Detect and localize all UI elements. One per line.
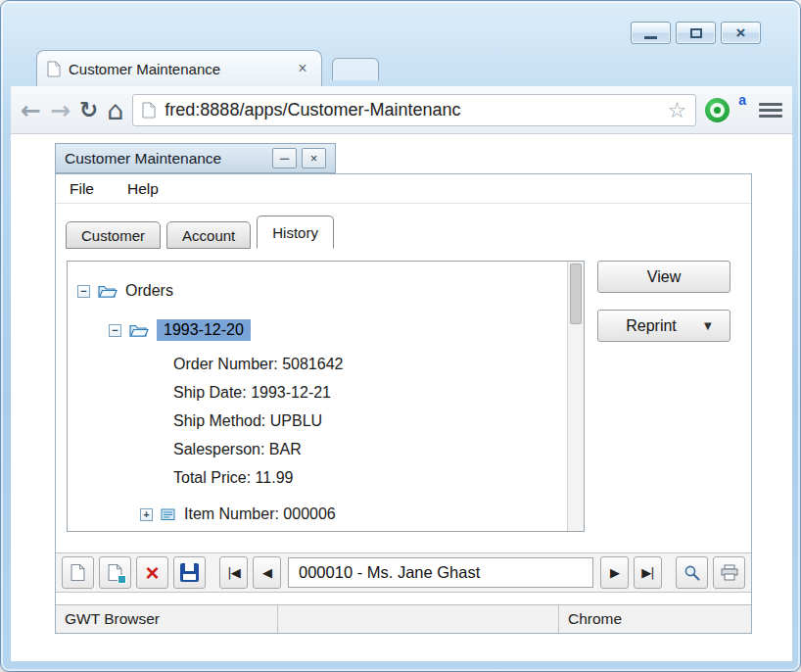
next-record-icon: ▶ bbox=[610, 565, 619, 580]
tree-leaf-order-number[interactable]: Order Number: 5081642 bbox=[68, 350, 567, 378]
tree-node-orders[interactable]: − Orders bbox=[68, 271, 567, 311]
tab-history[interactable]: History bbox=[257, 216, 334, 249]
reprint-label: Reprint bbox=[598, 317, 704, 335]
browser-tab[interactable]: Customer Maintenance × bbox=[36, 50, 322, 86]
duplicate-record-icon bbox=[108, 563, 123, 582]
collapse-toggle-icon[interactable]: − bbox=[77, 285, 90, 298]
status-bar: GWT Browser Chrome bbox=[56, 604, 751, 633]
collapse-toggle-icon[interactable]: − bbox=[109, 324, 121, 337]
folder-icon bbox=[98, 283, 118, 299]
window-controls: × bbox=[631, 22, 761, 44]
status-right: Chrome bbox=[559, 605, 751, 633]
folder-icon bbox=[129, 322, 149, 338]
new-document-icon bbox=[71, 563, 85, 582]
tree-leaf-label: Ship Method: UPBLU bbox=[173, 412, 322, 430]
save-record-button[interactable] bbox=[173, 556, 206, 589]
restore-window-button[interactable] bbox=[676, 22, 716, 44]
page-content: Customer Maintenance ─ × File Help Custo… bbox=[11, 134, 792, 661]
view-button[interactable]: View bbox=[597, 261, 730, 293]
bookmark-star-icon[interactable]: ☆ bbox=[667, 98, 686, 122]
forward-icon[interactable]: → bbox=[50, 98, 71, 122]
browser-toolbar: ← → ↻ ⌂ fred:8888/apps/Customer-Maintena… bbox=[11, 86, 792, 134]
browser-menu-icon[interactable] bbox=[759, 103, 782, 118]
tab-account[interactable]: Account bbox=[166, 221, 251, 249]
tree-content: − Orders − 1993-12-20 bbox=[68, 262, 567, 531]
tree-leaf-label: Total Price: 11.99 bbox=[173, 469, 293, 487]
browser-window: × Customer Maintenance × ← → ↻ ⌂ fred:88… bbox=[0, 0, 801, 672]
last-record-button[interactable]: ▶| bbox=[634, 556, 662, 589]
back-icon[interactable]: ← bbox=[21, 98, 41, 122]
app-close-button[interactable]: × bbox=[302, 148, 326, 168]
tree-leaf-ship-method[interactable]: Ship Method: UPBLU bbox=[68, 407, 567, 435]
tree-node-label[interactable]: Orders bbox=[125, 282, 173, 300]
orders-tree-panel: − Orders − 1993-12-20 bbox=[67, 261, 585, 532]
next-record-button[interactable]: ▶ bbox=[600, 556, 629, 589]
tree-node-order-date[interactable]: − 1993-12-20 bbox=[68, 311, 567, 350]
tree-node-label-selected[interactable]: 1993-12-20 bbox=[157, 319, 251, 341]
item-icon bbox=[161, 507, 176, 521]
toggle-glyph: + bbox=[143, 509, 149, 520]
delete-record-button[interactable]: × bbox=[136, 556, 168, 589]
page-icon bbox=[142, 102, 156, 119]
first-record-button[interactable]: |◀ bbox=[219, 556, 248, 589]
url-text: fred:8888/apps/Customer-Maintenanc bbox=[165, 100, 658, 120]
print-icon bbox=[721, 564, 738, 581]
app-window-title: Customer Maintenance bbox=[65, 150, 267, 168]
tree-leaf-ship-date[interactable]: Ship Date: 1993-12-21 bbox=[68, 378, 567, 407]
reprint-button[interactable]: Reprint ▼ bbox=[597, 310, 730, 342]
app-window-titlebar[interactable]: Customer Maintenance ─ × bbox=[55, 143, 336, 173]
expand-toggle-icon[interactable]: + bbox=[140, 508, 153, 521]
menu-help[interactable]: Help bbox=[127, 180, 159, 198]
close-icon: × bbox=[736, 24, 746, 41]
tree-leaf-label: Order Number: 5081642 bbox=[173, 356, 343, 373]
first-record-icon: |◀ bbox=[227, 565, 239, 580]
record-field[interactable] bbox=[288, 557, 593, 588]
tree-leaf-label: Salesperson: BAR bbox=[173, 441, 302, 458]
tree-leaf-salesperson[interactable]: Salesperson: BAR bbox=[68, 435, 567, 463]
reload-icon[interactable]: ↻ bbox=[79, 99, 98, 121]
duplicate-record-button[interactable] bbox=[99, 556, 131, 589]
save-icon bbox=[180, 563, 199, 582]
delete-icon: × bbox=[145, 561, 159, 585]
previous-record-icon: ◀ bbox=[262, 565, 271, 580]
dropdown-arrow-icon: ▼ bbox=[704, 320, 730, 331]
status-middle bbox=[278, 605, 559, 633]
page-icon bbox=[47, 61, 61, 77]
tab-customer[interactable]: Customer bbox=[66, 221, 161, 249]
search-icon bbox=[683, 564, 701, 582]
status-left: GWT Browser bbox=[56, 605, 278, 633]
tree-node-label[interactable]: Item Number: 000006 bbox=[184, 505, 336, 523]
extension-badge: a bbox=[738, 92, 746, 108]
tab-strip: Customer Account History bbox=[66, 216, 334, 249]
new-tab-button[interactable] bbox=[332, 58, 379, 80]
search-button[interactable] bbox=[676, 556, 708, 589]
menu-file[interactable]: File bbox=[70, 180, 94, 198]
home-icon[interactable]: ⌂ bbox=[107, 97, 123, 123]
record-toolbar: × |◀ ◀ ▶ ▶| bbox=[56, 552, 751, 593]
app-minimize-button[interactable]: ─ bbox=[272, 148, 297, 168]
restore-icon bbox=[690, 28, 702, 38]
previous-record-button[interactable]: ◀ bbox=[253, 556, 281, 589]
scrollbar-thumb[interactable] bbox=[570, 264, 582, 324]
tab-title: Customer Maintenance bbox=[69, 61, 286, 77]
tree-leaf-total-price[interactable]: Total Price: 11.99 bbox=[68, 463, 567, 492]
close-window-button[interactable]: × bbox=[721, 22, 761, 44]
toggle-glyph: − bbox=[112, 325, 118, 336]
tree-leaf-label: Ship Date: 1993-12-21 bbox=[173, 384, 331, 402]
minimize-icon bbox=[644, 36, 657, 39]
tree-scrollbar[interactable] bbox=[567, 262, 584, 531]
extension-icon[interactable] bbox=[705, 98, 730, 122]
print-button[interactable] bbox=[713, 556, 745, 589]
new-record-button[interactable] bbox=[62, 556, 94, 589]
app-window: File Help Customer Account History − bbox=[55, 173, 752, 634]
minimize-window-button[interactable] bbox=[631, 22, 671, 44]
tab-close-icon[interactable]: × bbox=[294, 60, 311, 77]
toggle-glyph: − bbox=[80, 286, 86, 297]
last-record-icon: ▶| bbox=[641, 565, 653, 580]
address-bar[interactable]: fred:8888/apps/Customer-Maintenanc ☆ bbox=[132, 94, 696, 126]
menu-bar: File Help bbox=[56, 174, 751, 204]
tree-node-item-number[interactable]: + Item Number: 000006 bbox=[68, 496, 567, 531]
